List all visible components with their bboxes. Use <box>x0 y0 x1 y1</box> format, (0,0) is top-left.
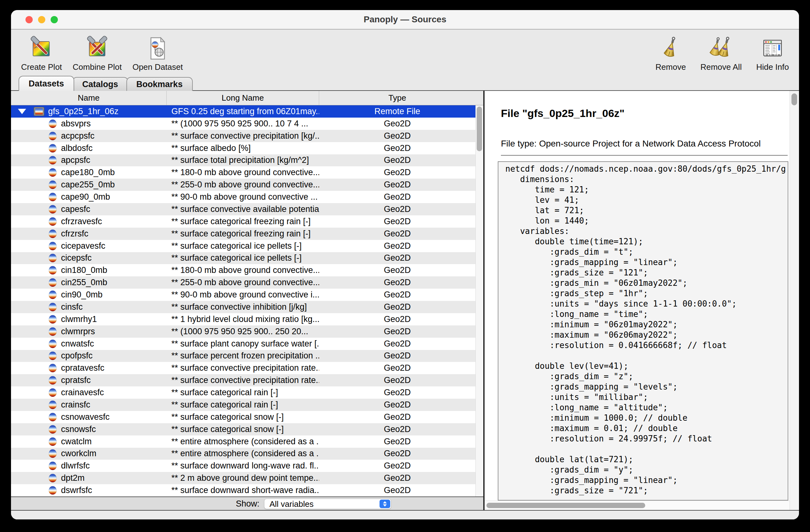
variable-type: Geo2D <box>319 241 483 251</box>
variable-type: Geo2D <box>319 192 483 202</box>
variable-row[interactable]: cin180_0mb ** 180-0 mb above ground conv… <box>11 264 483 276</box>
variable-icon <box>49 340 56 348</box>
variable-row[interactable]: csnowavesfc ** surface categorical snow … <box>11 411 483 423</box>
variable-row[interactable]: apcpsfc ** surface total precipitation [… <box>11 155 483 167</box>
variable-icon <box>49 193 56 201</box>
variable-icon <box>49 364 56 372</box>
variables-filter-dropdown[interactable]: All variables <box>264 499 391 509</box>
info-vertical-scrollbar[interactable] <box>790 91 799 510</box>
variable-long-name: ** surface categorical rain [-] <box>167 388 319 398</box>
variable-long-name: ** 2 m above ground dew point tempe... <box>167 473 319 483</box>
create-plot-button[interactable]: Create Plot <box>20 35 63 75</box>
variable-name: cicepavesfc <box>61 241 106 251</box>
variable-row[interactable]: dpt2m ** 2 m above ground dew point temp… <box>11 472 483 484</box>
variable-type: Geo2D <box>319 437 483 447</box>
variable-long-name: ** 255-0 mb above ground convective... <box>167 278 319 287</box>
variable-row[interactable]: clwmrprs ** (1000 975 950 925 900.. 250 … <box>11 325 483 338</box>
variable-row[interactable]: acpcpsfc ** surface convective precipita… <box>11 130 483 142</box>
variable-name: cpratsfc <box>61 375 91 385</box>
variable-name: dswrfsfc <box>61 485 92 495</box>
variable-row[interactable]: capesfc ** surface convective available … <box>11 203 483 215</box>
dropdown-value: All variables <box>270 499 313 509</box>
variable-type: Geo2D <box>319 167 483 177</box>
variable-row[interactable]: cape255_0mb ** 255-0 mb above ground con… <box>11 179 483 191</box>
variable-row[interactable]: cnwatsfc ** surface plant canopy surface… <box>11 338 483 350</box>
hide-info-button[interactable]: Hide Info <box>755 35 790 75</box>
variable-row[interactable]: dlwrfsfc ** surface downward long-wave r… <box>11 460 483 472</box>
variable-row[interactable]: cwatclm ** entire atmosphere (considered… <box>11 435 483 448</box>
variable-row[interactable]: csnowsfc ** surface categorical snow [-]… <box>11 423 483 435</box>
info-horizontal-scrollbar[interactable] <box>485 501 790 510</box>
title-bar[interactable]: Panoply — Sources <box>11 10 799 30</box>
variable-row[interactable]: absvprs ** (1000 975 950 925 900.. 10 7 … <box>11 117 483 130</box>
variable-row[interactable]: cinsfc ** surface convective inhibition … <box>11 301 483 313</box>
variable-row[interactable]: crainavesfc ** surface categorical rain … <box>11 386 483 399</box>
toolbar: Create Plot Combine Plot <box>11 30 799 75</box>
variable-icon <box>49 217 56 226</box>
info-vscrollbar-thumb[interactable] <box>791 93 797 105</box>
variable-long-name: ** (1000 975 950 925 900.. 10 7 4 ... <box>167 119 319 129</box>
variable-long-name: ** surface convective precipitation rate… <box>167 375 319 385</box>
variable-row[interactable]: clwmrhy1 ** 1 hybrid level cloud mixing … <box>11 313 483 325</box>
variable-icon <box>49 266 56 274</box>
dataset-type: Remote File <box>319 107 483 116</box>
tab-bookmarks[interactable]: Bookmarks <box>126 77 193 91</box>
variable-row[interactable]: cpratsfc ** surface convective precipita… <box>11 374 483 386</box>
create-plot-label: Create Plot <box>21 62 62 72</box>
variable-type: Geo2D <box>319 216 483 226</box>
variable-icon <box>49 168 56 177</box>
file-type-line: File type: Open-source Project for a Net… <box>501 139 788 149</box>
variable-row[interactable]: cpratavesfc ** surface convective precip… <box>11 362 483 374</box>
variable-row[interactable]: cin255_0mb ** 255-0 mb above ground conv… <box>11 276 483 289</box>
dataset-row-selected[interactable]: gfs_0p25_1hr_06z GFS 0.25 deg starting f… <box>11 105 483 117</box>
variable-name: clwmrhy1 <box>61 315 97 324</box>
open-dataset-button[interactable]: Open Dataset <box>131 35 184 75</box>
variable-row[interactable]: cin90_0mb ** 90-0 mb above ground convec… <box>11 289 483 301</box>
remove-all-button[interactable]: Remove All <box>699 35 743 75</box>
variable-row[interactable]: cicepsfc ** surface categorical ice pell… <box>11 252 483 264</box>
column-header-name[interactable]: Name <box>11 91 167 105</box>
table-vertical-scrollbar[interactable] <box>475 105 483 497</box>
variable-row[interactable]: cfrzravesfc ** surface categorical freez… <box>11 215 483 228</box>
window-title: Panoply — Sources <box>11 10 799 29</box>
variable-icon <box>49 474 56 482</box>
table-header: Name Long Name Type <box>11 91 483 105</box>
tab-datasets[interactable]: Datasets <box>19 76 74 91</box>
variable-icon <box>49 462 56 470</box>
disclosure-triangle-icon[interactable] <box>18 109 26 114</box>
variable-long-name: ** 180-0 mb above ground convective... <box>167 265 319 275</box>
variable-icon <box>49 315 56 324</box>
tab-catalogs[interactable]: Catalogs <box>72 77 128 91</box>
variable-row[interactable]: cape180_0mb ** 180-0 mb above ground con… <box>11 166 483 179</box>
remove-button[interactable]: Remove <box>654 35 687 75</box>
variable-type: Geo2D <box>319 131 483 141</box>
variable-row[interactable]: cicepavesfc ** surface categorical ice p… <box>11 240 483 252</box>
column-header-type[interactable]: Type <box>319 91 483 105</box>
variable-name: acpcpsfc <box>61 131 95 141</box>
variable-long-name: ** 180-0 mb above ground convective... <box>167 167 319 177</box>
variable-row[interactable]: albdosfc ** surface albedo [%] Geo2D <box>11 142 483 155</box>
variable-icon <box>49 144 56 152</box>
netcdf-dump[interactable]: netcdf dods://nomads.ncep.noaa.gov:80/do… <box>498 162 788 496</box>
variable-long-name: ** surface categorical ice pellets [-] <box>167 241 319 251</box>
info-hscrollbar-thumb[interactable] <box>486 503 645 508</box>
variable-icon <box>49 254 56 262</box>
variable-long-name: ** surface categorical rain [-] <box>167 400 319 410</box>
variable-row[interactable]: dswrfsfc ** surface downward short-wave … <box>11 484 483 497</box>
variable-row[interactable]: cfrzrsfc ** surface categorical freezing… <box>11 228 483 240</box>
variable-row[interactable]: crainsfc ** surface categorical rain [-]… <box>11 399 483 411</box>
variable-row[interactable]: cape90_0mb ** 90-0 mb above ground conve… <box>11 191 483 203</box>
table-body: gfs_0p25_1hr_06z GFS 0.25 deg starting f… <box>11 105 483 497</box>
variable-name: cfrzravesfc <box>61 216 102 226</box>
variable-type: Geo2D <box>319 473 483 483</box>
variable-row[interactable]: cworkclm ** entire atmosphere (considere… <box>11 448 483 460</box>
desktop: Panoply — Sources <box>0 0 810 532</box>
variable-name: cape180_0mb <box>61 167 115 177</box>
variable-icon <box>49 119 56 128</box>
table-scrollbar-thumb[interactable] <box>477 107 482 151</box>
column-header-long-name[interactable]: Long Name <box>167 91 319 105</box>
variable-type: Geo2D <box>319 290 483 300</box>
variable-row[interactable]: cpofpsfc ** surface percent frozen preci… <box>11 350 483 362</box>
combine-plot-button[interactable]: Combine Plot <box>71 35 123 75</box>
variable-long-name: ** surface convective precipitation rate… <box>167 363 319 373</box>
